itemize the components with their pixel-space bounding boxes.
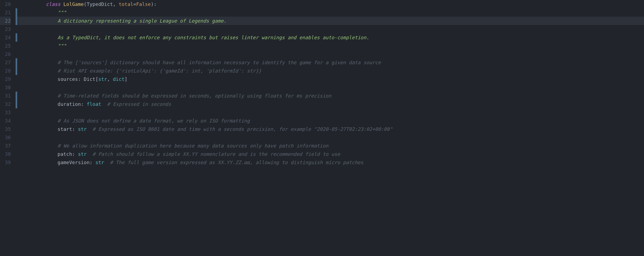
token-ident: TypedDict <box>87 1 113 7</box>
token-builtin: float <box>87 101 101 107</box>
code-line[interactable]: gameVersion: str # The full game version… <box>17 158 644 167</box>
token-cmt: # Time-related fields should be expresse… <box>58 93 331 99</box>
token-doc: A dictionary representing a single Leagu… <box>58 18 227 24</box>
token-ident <box>87 151 92 157</box>
line-number[interactable]: 23 <box>0 25 11 33</box>
code-line[interactable]: As a TypedDict, it does not enforce any … <box>17 33 644 42</box>
token-ident <box>101 101 107 107</box>
token-cmt: # As JSON does not define a date format,… <box>58 118 250 124</box>
token-punct: ( <box>84 1 87 7</box>
code-line[interactable] <box>17 83 644 92</box>
token-ident <box>87 126 92 132</box>
code-area[interactable]: class LolGame(TypedDict, total=False): "… <box>17 0 644 167</box>
token-ident: duration: <box>58 101 87 107</box>
token-cmt: # Expressed in seconds <box>107 101 171 107</box>
code-line[interactable] <box>17 25 644 33</box>
token-ident: gameVersion: <box>58 160 95 165</box>
line-number[interactable]: 36 <box>0 133 11 142</box>
code-line[interactable] <box>17 108 644 117</box>
token-builtin: str <box>78 151 87 157</box>
line-number-gutter: 2021222324252627282930313233343536373839 <box>0 0 16 167</box>
token-const: False <box>136 1 151 7</box>
token-cmt: # Patch should follow a simple XX.YY nom… <box>92 151 340 157</box>
line-number[interactable]: 34 <box>0 117 11 125</box>
token-punct: ): <box>151 1 157 7</box>
line-number[interactable]: 29 <box>0 75 11 83</box>
line-number[interactable]: 33 <box>0 108 11 117</box>
token-param: total <box>119 1 133 7</box>
token-ident: start: <box>58 126 78 132</box>
token-doc: """ <box>58 43 66 49</box>
line-number[interactable]: 39 <box>0 158 11 167</box>
line-number[interactable]: 27 <box>0 58 11 67</box>
token-builtin: dict <box>113 76 124 82</box>
code-line[interactable]: # Riot API example: {'riotLolApi': {'gam… <box>17 67 644 75</box>
code-line[interactable]: """ <box>17 42 644 50</box>
line-number[interactable]: 28 <box>0 67 11 75</box>
token-kw: class <box>46 1 63 7</box>
token-cmt: # Expressed as ISO 8601 date and time wi… <box>92 126 392 132</box>
code-line[interactable]: # We allow information duplication here … <box>17 142 644 150</box>
code-line[interactable] <box>17 133 644 142</box>
code-line[interactable]: start: str # Expressed as ISO 8601 date … <box>17 125 644 133</box>
token-punct: ] <box>124 76 127 82</box>
token-punct: , <box>107 76 113 82</box>
code-line[interactable]: # The ['sources'] dictionary should have… <box>17 58 644 67</box>
code-line[interactable]: """ <box>17 8 644 17</box>
line-number[interactable]: 31 <box>0 92 11 100</box>
code-editor[interactable]: 2021222324252627282930313233343536373839… <box>0 0 644 167</box>
token-cmt: # The full game version expressed as XX.… <box>110 160 363 165</box>
token-punct: = <box>133 1 136 7</box>
line-number[interactable]: 38 <box>0 150 11 158</box>
token-cls: LolGame <box>63 1 84 7</box>
token-ident <box>104 160 110 165</box>
code-line[interactable]: class LolGame(TypedDict, total=False): <box>17 0 644 8</box>
token-doc: As a TypedDict, it does not enforce any … <box>58 35 369 40</box>
token-cmt: # The ['sources'] dictionary should have… <box>58 60 381 65</box>
token-doc: """ <box>58 10 66 15</box>
code-line[interactable] <box>17 50 644 58</box>
token-ident: patch: <box>58 151 78 157</box>
code-line[interactable]: # As JSON does not define a date format,… <box>17 117 644 125</box>
line-number[interactable]: 22 <box>0 17 11 25</box>
token-builtin: str <box>98 76 107 82</box>
line-number[interactable]: 35 <box>0 125 11 133</box>
line-number[interactable]: 25 <box>0 42 11 50</box>
code-line[interactable]: sources: Dict[str, dict] <box>17 75 644 83</box>
code-line[interactable]: # Time-related fields should be expresse… <box>17 92 644 100</box>
code-line[interactable]: patch: str # Patch should follow a simpl… <box>17 150 644 158</box>
line-number[interactable]: 20 <box>0 0 11 8</box>
token-builtin: str <box>95 160 104 165</box>
code-line[interactable]: duration: float # Expressed in seconds <box>17 100 644 108</box>
token-builtin: str <box>78 126 87 132</box>
token-ident: sources: Dict[ <box>58 76 98 82</box>
token-punct: , <box>113 1 119 7</box>
line-number[interactable]: 37 <box>0 142 11 150</box>
line-number[interactable]: 26 <box>0 50 11 58</box>
line-number[interactable]: 24 <box>0 33 11 42</box>
token-cmt: # Riot API example: {'riotLolApi': {'gam… <box>58 68 262 74</box>
line-number[interactable]: 30 <box>0 83 11 92</box>
line-number[interactable]: 32 <box>0 100 11 108</box>
code-line[interactable]: A dictionary representing a single Leagu… <box>17 17 644 25</box>
line-number[interactable]: 21 <box>0 8 11 17</box>
token-cmt: # We allow information duplication here … <box>58 143 328 149</box>
